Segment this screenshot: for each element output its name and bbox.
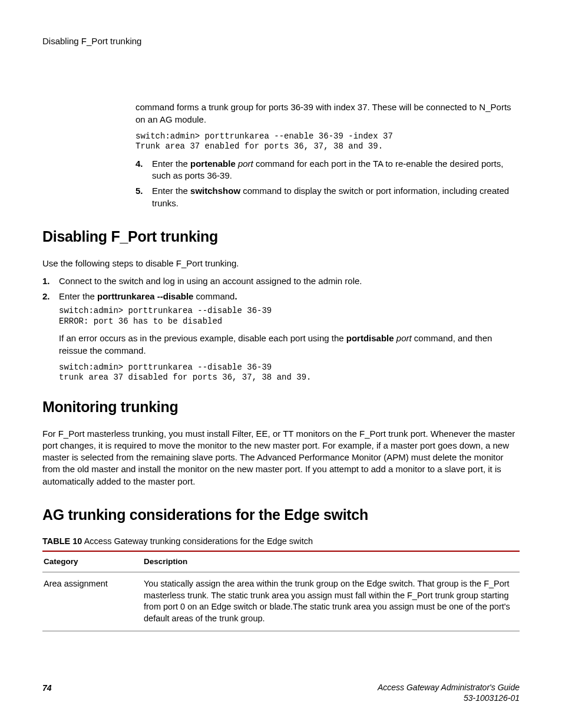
th-category: Category	[42, 551, 143, 572]
heading-disabling: Disabling F_Port trunking	[42, 227, 520, 247]
monitoring-paragraph: For F_Port masterless trunking, you must…	[42, 428, 520, 487]
page-footer: 74 Access Gateway Administrator's Guide …	[42, 683, 520, 703]
footer-page-number: 74	[42, 683, 52, 694]
step-4: 4. Enter the portenable port command for…	[135, 158, 520, 182]
step-4-marker: 4.	[135, 158, 143, 170]
step-4-text: Enter the portenable port command for ea…	[152, 159, 503, 180]
cell-category: Area assignment	[42, 572, 143, 631]
th-description: Description	[143, 551, 520, 572]
code-block-disable-ok: switch:admin> porttrunkarea --disable 36…	[59, 363, 520, 383]
disable-error-note: If an error occurs as in the previous ex…	[59, 332, 520, 357]
header-breadcrumb: Disabling F_Port trunking	[42, 35, 520, 47]
footer-guide-title: Access Gateway Administrator's Guide	[378, 683, 520, 693]
disable-step-1: 1. Connect to the switch and log in usin…	[42, 275, 520, 287]
table-header-row: Category Description	[42, 551, 520, 572]
code-block-disable-error: switch:admin> porttrunkarea --disable 36…	[59, 306, 520, 327]
disable-step-1-text: Connect to the switch and log in using a…	[59, 276, 362, 286]
table-caption-label: TABLE 10	[42, 536, 82, 546]
table-caption: TABLE 10 Access Gateway trunking conside…	[42, 536, 520, 548]
footer-doc-id: 53-1003126-01	[378, 693, 520, 704]
intro-paragraph: command forms a trunk group for ports 36…	[135, 101, 520, 126]
trunking-table: Category Description Area assignment You…	[42, 551, 520, 631]
cell-description: You statically assign the area within th…	[143, 572, 520, 631]
heading-monitoring: Monitoring trunking	[42, 397, 520, 417]
heading-ag: AG trunking considerations for the Edge …	[42, 505, 520, 525]
disable-step-1-marker: 1.	[42, 275, 50, 287]
code-block-enable: switch:admin> porttrunkarea --enable 36-…	[135, 131, 520, 152]
disable-step-2-text: Enter the porttrunkarea --disable comman…	[59, 291, 237, 301]
step-5: 5. Enter the switchshow command to displ…	[135, 185, 520, 209]
table-caption-text: Access Gateway trunking considerations f…	[82, 536, 313, 546]
disable-step-2-marker: 2.	[42, 291, 50, 302]
step-5-marker: 5.	[135, 185, 143, 197]
table-row: Area assignment You statically assign th…	[42, 572, 520, 631]
step-5-text: Enter the switchshow command to display …	[152, 186, 509, 207]
disable-step-2: 2. Enter the porttrunkarea --disable com…	[42, 291, 520, 383]
disabling-intro: Use the following steps to disable F_Por…	[42, 258, 520, 269]
